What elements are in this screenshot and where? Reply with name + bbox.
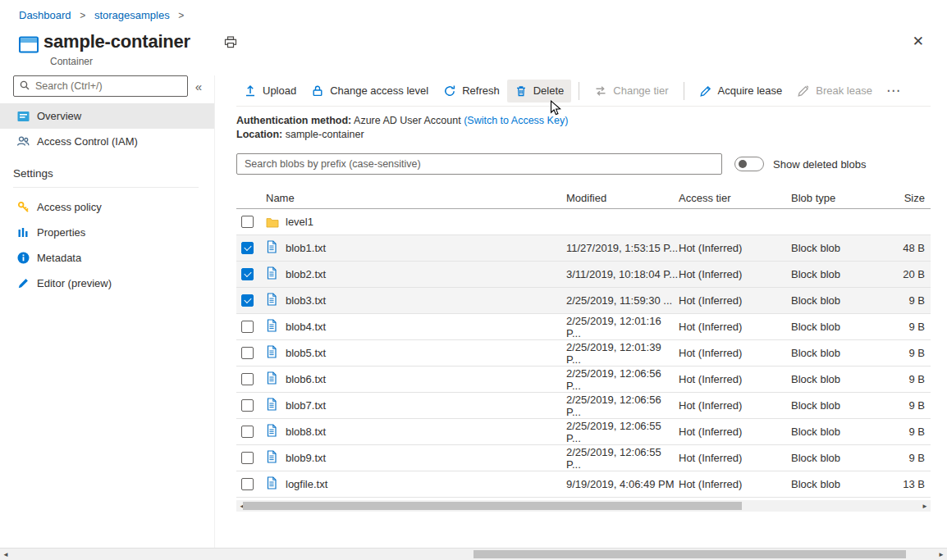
row-checkbox[interactable] <box>241 478 254 490</box>
blob-name[interactable]: blob6.txt <box>286 373 566 385</box>
table-horizontal-scrollbar[interactable] <box>236 500 931 512</box>
row-checkbox[interactable] <box>241 426 254 438</box>
blob-access-tier: Hot (Inferred) <box>679 294 791 307</box>
table-header: Name Modified Access tier Blob type Size <box>236 187 931 209</box>
row-checkbox[interactable] <box>241 399 254 412</box>
show-deleted-blobs-toggle[interactable] <box>734 157 764 171</box>
blob-name[interactable]: blob7.txt <box>286 399 566 412</box>
sidebar-search-input[interactable] <box>13 75 188 97</box>
delete-button[interactable]: Delete <box>507 80 572 102</box>
sidebar-item-properties[interactable]: Properties <box>0 220 214 245</box>
blob-size: 20 B <box>873 268 931 280</box>
blob-type: Block blob <box>791 268 873 280</box>
blob-access-tier: Hot (Inferred) <box>679 452 791 464</box>
collapse-sidebar-icon[interactable]: « <box>188 80 209 93</box>
scroll-right-icon[interactable] <box>919 500 931 512</box>
breadcrumb-storagesamples[interactable]: storagesamples <box>94 9 170 21</box>
table-row[interactable]: blob5.txt 2/25/2019, 12:01:39 P... Hot (… <box>236 340 931 367</box>
blob-size: 9 B <box>873 452 931 464</box>
table-row[interactable]: blob1.txt 11/27/2019, 1:53:15 P... Hot (… <box>236 235 931 262</box>
change-tier-button: Change tier <box>587 80 675 102</box>
blob-modified: 3/11/2019, 10:18:04 P... <box>566 268 679 280</box>
table-body: level1 blob1.txt 11/27/2019, 1:5 <box>236 209 931 498</box>
acquire-lease-button[interactable]: Acquire lease <box>692 80 790 102</box>
location-label: Location: <box>236 129 282 140</box>
table-row[interactable]: level1 <box>236 209 931 235</box>
table-row[interactable]: blob2.txt 3/11/2019, 10:18:04 P... Hot (… <box>236 262 931 288</box>
table-row[interactable]: blob8.txt 2/25/2019, 12:06:55 P... Hot (… <box>236 419 931 445</box>
row-checkbox[interactable] <box>241 268 254 280</box>
sidebar-item-label: Metadata <box>37 252 81 264</box>
row-checkbox[interactable] <box>241 294 254 307</box>
blob-name[interactable]: blob9.txt <box>286 452 566 464</box>
sidebar-item-label: Editor (preview) <box>37 277 112 289</box>
file-icon <box>266 240 277 256</box>
blob-access-tier: Hot (Inferred) <box>679 478 791 490</box>
row-checkbox[interactable] <box>241 321 254 333</box>
blob-access-tier: Hot (Inferred) <box>679 347 791 359</box>
row-checkbox[interactable] <box>241 242 254 254</box>
scroll-left-icon[interactable] <box>0 549 11 560</box>
blob-type: Block blob <box>791 478 873 490</box>
blob-name[interactable]: blob3.txt <box>286 294 566 307</box>
upload-button[interactable]: Upload <box>236 80 304 102</box>
table-row[interactable]: logfile.txt 9/19/2019, 4:06:49 PM Hot (I… <box>236 471 931 498</box>
sidebar-item-label: Access policy <box>37 201 102 213</box>
blob-name[interactable]: level1 <box>286 216 566 228</box>
more-commands-icon[interactable]: ⋯ <box>880 80 907 101</box>
print-icon[interactable] <box>224 36 237 51</box>
blob-access-tier: Hot (Inferred) <box>679 373 791 385</box>
row-checkbox[interactable] <box>241 216 254 228</box>
row-checkbox[interactable] <box>241 347 254 359</box>
page-scrollbar-thumb[interactable] <box>474 550 906 558</box>
auth-method-label: Authentication method: <box>236 115 351 126</box>
title-bar: sample-container Container ✕ <box>19 33 931 71</box>
table-row[interactable]: blob9.txt 2/25/2019, 12:06:55 P... Hot (… <box>236 445 931 471</box>
blob-size: 9 B <box>873 399 931 412</box>
table-row[interactable]: blob3.txt 2/25/2019, 11:59:30 ... Hot (I… <box>236 288 931 314</box>
info-icon <box>16 252 30 265</box>
file-icon <box>266 371 277 387</box>
table-scrollbar-thumb[interactable] <box>243 502 742 510</box>
column-blob-type: Blob type <box>791 192 873 204</box>
breadcrumb-dashboard[interactable]: Dashboard <box>19 9 71 21</box>
refresh-button[interactable]: Refresh <box>436 80 507 102</box>
blob-modified: 2/25/2019, 12:06:55 P... <box>566 446 679 471</box>
blob-modified: 2/25/2019, 12:06:56 P... <box>566 394 679 418</box>
storage-container-icon <box>19 36 39 56</box>
column-access-tier: Access tier <box>679 192 791 204</box>
page-horizontal-scrollbar[interactable] <box>0 548 947 560</box>
sidebar-item-access-policy[interactable]: Access policy <box>0 194 214 220</box>
close-icon[interactable]: ✕ <box>913 34 924 48</box>
row-checkbox[interactable] <box>241 452 254 464</box>
table-row[interactable]: blob6.txt 2/25/2019, 12:06:56 P... Hot (… <box>236 367 931 393</box>
blob-name[interactable]: logfile.txt <box>286 478 566 490</box>
location-value: sample-container <box>286 129 364 140</box>
sidebar-section-settings: Settings <box>13 167 199 188</box>
blob-name[interactable]: blob5.txt <box>286 347 566 359</box>
blob-modified: 2/25/2019, 12:01:39 P... <box>566 341 679 366</box>
table-row[interactable]: blob4.txt 2/25/2019, 12:01:16 P... Hot (… <box>236 314 931 340</box>
blob-size: 48 B <box>873 242 931 254</box>
sidebar-item-metadata[interactable]: Metadata <box>0 245 214 271</box>
change-access-level-button[interactable]: Change access level <box>304 80 436 102</box>
blob-name[interactable]: blob2.txt <box>286 268 566 280</box>
overview-icon <box>16 110 30 123</box>
blob-name[interactable]: blob1.txt <box>286 242 566 254</box>
blob-size: 13 B <box>873 478 931 490</box>
blob-name[interactable]: blob8.txt <box>286 426 566 438</box>
blob-prefix-search-input[interactable] <box>236 153 722 175</box>
blob-type: Block blob <box>791 373 873 385</box>
table-row[interactable]: blob7.txt 2/25/2019, 12:06:56 P... Hot (… <box>236 393 931 419</box>
page-title: sample-container <box>43 31 190 52</box>
column-modified: Modified <box>566 192 679 204</box>
row-checkbox[interactable] <box>241 373 254 385</box>
switch-access-key-link[interactable]: (Switch to Access Key) <box>464 115 568 126</box>
blob-name[interactable]: blob4.txt <box>286 321 566 333</box>
scroll-right-icon[interactable] <box>936 549 947 560</box>
file-icon <box>266 266 277 282</box>
page-subtitle: Container <box>50 56 93 67</box>
sidebar-item-editor[interactable]: Editor (preview) <box>0 271 214 296</box>
sidebar-item-access-control[interactable]: Access Control (IAM) <box>0 129 214 154</box>
sidebar-item-overview[interactable]: Overview <box>0 103 214 129</box>
